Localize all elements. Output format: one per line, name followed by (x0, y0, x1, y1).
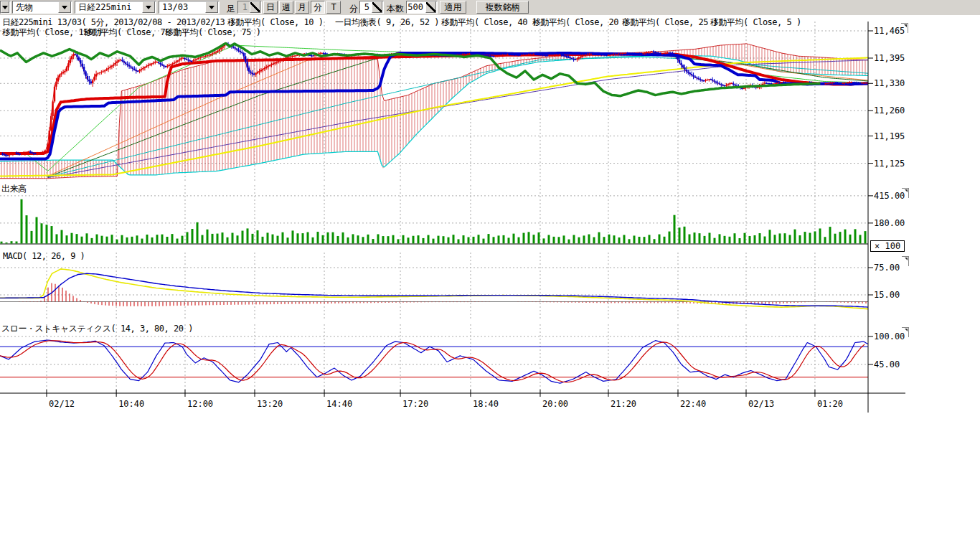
stoch-tick-label: 45.00 (874, 359, 900, 369)
time-tick-label: 21:20 (611, 399, 636, 409)
price-tick-label: 11,395 (874, 53, 905, 63)
time-tick-label: 10:40 (118, 399, 144, 409)
price-tick-label: 11,330 (874, 78, 905, 88)
volume-tick-label: 180.00 (874, 218, 905, 228)
indicator-label-ma10: 移動平均( Close, 10 ) (227, 18, 323, 27)
price-tick-label: 11,260 (874, 105, 905, 116)
indicator-label-ma40: 移動平均( Close, 40 ) (441, 18, 537, 27)
stochastics-panel-title: スロー・ストキャスティクス( 14, 3, 80, 20 ) (1, 324, 193, 334)
time-tick-label: 14:40 (326, 399, 352, 409)
time-tick-label: 22:40 (680, 399, 706, 409)
price-tick-label: 11,465 (874, 26, 905, 36)
indicator-label-ma75b: 移動平均( Close, 75 ) (165, 28, 260, 37)
macd-tick-label: 15.00 (874, 290, 900, 300)
indicator-label-ma25: 移動平均( Close, 25 ) (622, 18, 717, 27)
volume-multiplier-badge: × 100 (870, 240, 905, 252)
indicator-label-ichimoku: 一目均衡表( 9, 26, 52 ) (335, 18, 439, 27)
macd-panel-splitter-handle[interactable] (902, 256, 909, 266)
macd-panel-title: MACD( 12, 26, 9 ) (3, 252, 85, 261)
macd-tick-label: 75.00 (874, 263, 900, 273)
chart-application-window: 先物 日経225mini 13/03 足 1 日 週 月 分 T 分 5 本数 … (0, 0, 980, 551)
volume-tick-label: 415.00 (874, 191, 905, 201)
chart-plot-area[interactable] (0, 0, 980, 551)
time-tick-label: 17:20 (402, 399, 428, 409)
time-tick-label: 02/12 (49, 399, 75, 409)
indicator-label-ma5: 移動平均( Close, 5 ) (710, 18, 801, 27)
chart-title-and-range: 日経225mini 13/03( 5分, 2013/02/08 - 2013/0… (2, 18, 235, 27)
time-tick-label: 02/13 (748, 399, 774, 409)
time-tick-label: 20:00 (542, 399, 568, 409)
time-tick-label: 13:20 (257, 399, 283, 409)
time-tick-label: 01:20 (817, 399, 843, 409)
price-tick-label: 11,125 (874, 159, 905, 169)
time-tick-label: 12:00 (187, 399, 213, 409)
volume-panel-title: 出来高 (1, 184, 27, 194)
price-tick-label: 11,195 (874, 131, 905, 141)
stoch-tick-label: 100.00 (874, 331, 905, 342)
time-tick-label: 18:40 (473, 399, 499, 409)
indicator-label-ma20: 移動平均( Close, 20 ) (532, 18, 628, 27)
